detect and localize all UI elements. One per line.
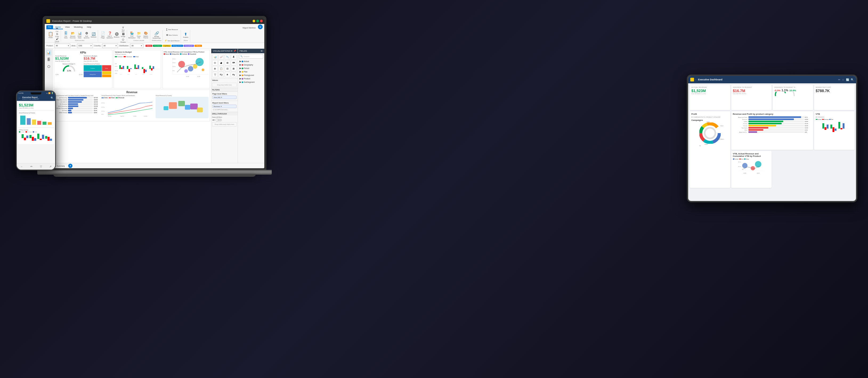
edit-queries-button[interactable]: ⚙ EditQueries <box>83 31 90 39</box>
country-dropdown[interactable]: All▾ <box>102 44 118 48</box>
copy-button[interactable]: ⎘ Copy <box>54 32 60 38</box>
svg-point-38 <box>193 64 197 69</box>
svg-text:$0.3bn: $0.3bn <box>101 106 105 108</box>
phone-share-nav[interactable]: ↗ <box>49 165 52 168</box>
pill-lighting[interactable]: Lighting <box>162 45 171 47</box>
tab-help[interactable]: Help <box>85 25 93 29</box>
viz-icon-py[interactable]: Py <box>231 72 236 77</box>
tablet-search-icon[interactable]: 🔍 <box>851 78 854 81</box>
laptop-screen-outer: ⚡ Executive Report - Power BI Desktop <box>43 16 267 170</box>
phone-pencil-nav[interactable]: ✏ <box>30 165 32 168</box>
new-page-button[interactable]: 📄 NewPage <box>100 31 106 39</box>
from-file-button[interactable]: 📁 FromFile <box>135 31 142 39</box>
pill-household[interactable]: Household <box>184 45 194 47</box>
refresh-button[interactable]: 🔄 Refresh <box>90 31 97 39</box>
new-column-button[interactable]: ⊞ New Column <box>164 32 180 38</box>
field-pricinglevel[interactable]: ▶ PricingLevel <box>238 73 264 77</box>
top-row: KPIs Actual Revenue $1,523M Goal: $1,506… <box>54 50 210 89</box>
field-geography[interactable]: ▶ Geography <box>238 63 264 67</box>
paste-button[interactable]: 📋 Paste <box>48 31 54 39</box>
keep-filters: Keep all filters <box>211 115 238 119</box>
viz-icon-scatter[interactable]: ⊙ <box>212 60 218 66</box>
maximize-btn[interactable] <box>256 20 259 22</box>
page-level-filters: Page level filters Area (All) ✕ <box>211 92 238 101</box>
field-actual[interactable]: ▶ Actual <box>238 60 264 63</box>
vtb-country-chart: Variance to Budget VTB by Country Increa… <box>114 50 161 89</box>
phone-back-nav[interactable]: ← <box>21 165 23 168</box>
viz-icon-treemap[interactable]: ⊞ <box>225 60 230 66</box>
svg-rect-50 <box>32 119 36 125</box>
tablet-back-icon[interactable]: ← <box>695 79 697 81</box>
viz-icon-ribbon[interactable]: 🎗 <box>231 54 236 60</box>
svg-rect-52 <box>43 122 46 125</box>
manage-relationships-button[interactable]: 🔗 ManageRelationships <box>153 31 160 39</box>
buttons-button[interactable]: 🔘 Buttons <box>114 31 120 39</box>
viz-icon-bar[interactable]: 📊 <box>212 54 218 60</box>
tab-modeling[interactable]: Modeling <box>72 25 85 29</box>
business-filter-chip[interactable]: Business ✕ <box>212 105 237 108</box>
pill-decor[interactable]: Decor <box>146 45 152 47</box>
tablet-rev-hbars: Apparel and Fashio $507K Electronics $43… <box>733 116 811 133</box>
viz-icon-kpi[interactable]: Ky <box>218 72 224 77</box>
viz-icon-gauge[interactable]: ⊛ <box>212 66 218 71</box>
tab-view[interactable]: View <box>63 25 72 29</box>
pill-furniture[interactable]: Furniture <box>153 45 162 47</box>
svg-text:Poland: Poland <box>135 74 137 74</box>
shapes-button[interactable]: ⬡ Shapes <box>120 38 126 43</box>
area-label: Area <box>71 45 75 46</box>
phone-back-icon[interactable]: ← <box>19 97 21 99</box>
enter-data-button[interactable]: 📊 EnterData <box>76 31 83 39</box>
viz-icon-r[interactable]: R <box>225 72 230 77</box>
get-data-button[interactable]: 🗄 GetData <box>63 31 69 39</box>
from-marketplace-button[interactable]: 🏪 FromMarketplace <box>129 31 135 39</box>
image-button[interactable]: 🖼 Image <box>120 32 126 38</box>
tablet-pencil-icon[interactable]: ✏ <box>838 78 840 81</box>
field-period[interactable]: ▶ Period <box>238 67 264 70</box>
viz-icon-area[interactable]: 📉 <box>225 54 230 60</box>
viz-pin-icon[interactable]: 📌 <box>234 50 236 52</box>
new-quick-measure-button[interactable]: ⚡ New Quick Measure <box>164 38 180 43</box>
vtb-kpi: Variance to Budget $16.7M Goal: $29.4M (… <box>84 55 111 62</box>
close-btn[interactable] <box>260 20 263 22</box>
pill-dining[interactable]: Dining & Ent <box>172 45 183 47</box>
minimize-btn[interactable] <box>253 20 255 22</box>
tablet-refresh-icon[interactable]: 🔄 <box>846 78 849 81</box>
field-plan[interactable]: ▶ Plan <box>238 70 264 73</box>
left-icon-report[interactable]: 📊 <box>46 50 52 56</box>
viz-expand-icon[interactable]: ≫ <box>230 50 232 52</box>
switch-theme-button[interactable]: 🎨 SwitchTheme <box>143 31 149 39</box>
left-icon-model[interactable]: ⬡ <box>46 64 52 69</box>
field-subsegment[interactable]: ▶ SubSegment <box>238 80 264 84</box>
area-dropdown[interactable]: CEE▾ <box>77 44 93 48</box>
recent-sources-button[interactable]: 📂 RecentSources <box>69 31 76 39</box>
format-painter-button[interactable]: 🖌 Format Painter <box>54 38 60 43</box>
add-page-button[interactable]: + <box>68 164 72 168</box>
cut-button[interactable]: ✂ Cut <box>54 27 60 32</box>
ask-question-button[interactable]: ❓ Ask AQuestion <box>106 31 113 39</box>
vtb-cum-svg: $0.6m $0.4m $0.2m $0m $10M $20M <box>163 56 209 79</box>
viz-icon-funnel[interactable]: ▽ <box>212 72 218 77</box>
viz-icon-table[interactable]: ⊟ <box>225 66 230 71</box>
text-box-button[interactable]: T Text box <box>120 27 126 32</box>
fields-expand-icon[interactable]: ≫ <box>260 50 263 52</box>
distribution-dropdown[interactable]: All▾ <box>130 44 143 48</box>
left-icon-data[interactable]: 🗄 <box>46 57 52 63</box>
viz-icon-pie[interactable]: ◕ <box>218 60 224 66</box>
tablet-profit-label: Profit <box>691 113 728 115</box>
viz-icon-card[interactable]: 📋 <box>218 66 224 71</box>
new-measure-button[interactable]: ∑ New Measure <box>164 27 180 32</box>
field-product[interactable]: ▶ Product <box>238 77 264 80</box>
product-dropdown[interactable]: All▾ <box>54 44 70 48</box>
phone-filter-nav[interactable]: ▽ <box>40 165 42 168</box>
publish-button[interactable]: ⬆ Publish <box>183 31 189 39</box>
svg-rect-24 <box>153 66 154 69</box>
viz-icon-line[interactable]: 📈 <box>218 54 224 60</box>
tablet-star-icon[interactable]: ☆ <box>842 78 844 81</box>
area-filter-chip[interactable]: Area (All) ✕ <box>212 96 237 99</box>
phone-search-icon[interactable]: 🔍 <box>51 97 54 99</box>
phone-body: 9:10 PM 5G 📶 🔋 ← Executive Report EXECUT… <box>16 91 56 170</box>
fields-search[interactable]: 🔍 Search <box>239 54 263 59</box>
viz-icon-matrix[interactable]: ⊠ <box>231 66 236 71</box>
viz-icon-map[interactable]: 🗺 <box>231 60 236 66</box>
pill-pillows[interactable]: Pillows <box>194 45 202 47</box>
